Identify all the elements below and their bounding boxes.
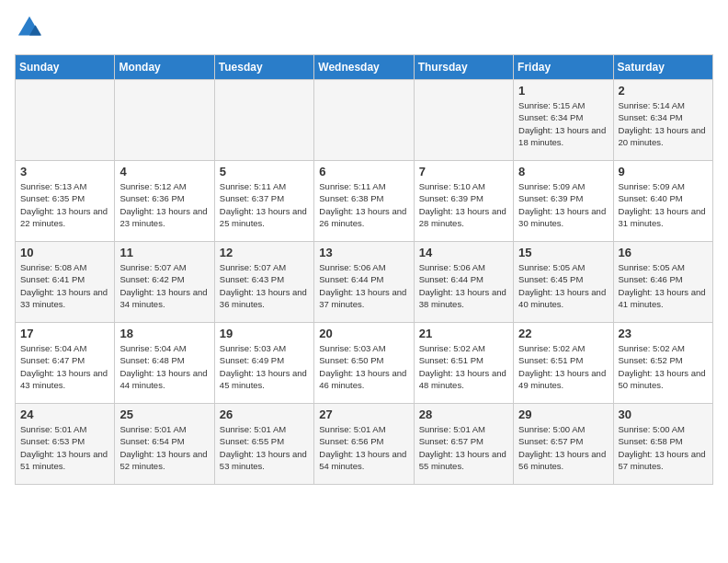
- day-cell: 1Sunrise: 5:15 AM Sunset: 6:34 PM Daylig…: [514, 80, 613, 161]
- day-info: Sunrise: 5:04 AM Sunset: 6:47 PM Dayligh…: [20, 342, 109, 391]
- column-header-saturday: Saturday: [613, 55, 712, 80]
- day-info: Sunrise: 5:05 AM Sunset: 6:46 PM Dayligh…: [619, 261, 708, 310]
- day-number: 10: [20, 246, 109, 259]
- day-number: 13: [319, 246, 408, 259]
- day-info: Sunrise: 5:08 AM Sunset: 6:41 PM Dayligh…: [20, 261, 109, 310]
- day-number: 29: [518, 408, 608, 421]
- day-cell: 30Sunrise: 5:00 AM Sunset: 6:58 PM Dayli…: [613, 404, 712, 485]
- day-cell: 17Sunrise: 5:04 AM Sunset: 6:47 PM Dayli…: [16, 323, 115, 404]
- day-info: Sunrise: 5:07 AM Sunset: 6:43 PM Dayligh…: [220, 261, 309, 310]
- day-info: Sunrise: 5:10 AM Sunset: 6:39 PM Dayligh…: [419, 180, 508, 229]
- day-cell: 27Sunrise: 5:01 AM Sunset: 6:56 PM Dayli…: [314, 404, 414, 485]
- day-cell: [414, 80, 513, 161]
- day-number: 9: [619, 165, 708, 178]
- day-number: 20: [319, 327, 408, 340]
- day-info: Sunrise: 5:02 AM Sunset: 6:51 PM Dayligh…: [518, 342, 608, 391]
- day-info: Sunrise: 5:03 AM Sunset: 6:50 PM Dayligh…: [319, 342, 408, 391]
- day-cell: 8Sunrise: 5:09 AM Sunset: 6:39 PM Daylig…: [514, 161, 613, 242]
- day-cell: [16, 80, 115, 161]
- day-number: 27: [319, 408, 408, 421]
- day-info: Sunrise: 5:05 AM Sunset: 6:45 PM Dayligh…: [518, 261, 608, 310]
- day-cell: 13Sunrise: 5:06 AM Sunset: 6:44 PM Dayli…: [314, 242, 414, 323]
- day-number: 15: [518, 246, 608, 259]
- day-info: Sunrise: 5:01 AM Sunset: 6:57 PM Dayligh…: [419, 423, 508, 472]
- day-number: 23: [619, 327, 708, 340]
- day-info: Sunrise: 5:11 AM Sunset: 6:37 PM Dayligh…: [220, 180, 309, 229]
- day-info: Sunrise: 5:03 AM Sunset: 6:49 PM Dayligh…: [220, 342, 309, 391]
- day-info: Sunrise: 5:11 AM Sunset: 6:38 PM Dayligh…: [319, 180, 408, 229]
- day-cell: 11Sunrise: 5:07 AM Sunset: 6:42 PM Dayli…: [115, 242, 214, 323]
- day-cell: 3Sunrise: 5:13 AM Sunset: 6:35 PM Daylig…: [16, 161, 115, 242]
- day-number: 21: [419, 327, 508, 340]
- column-header-thursday: Thursday: [414, 55, 513, 80]
- day-cell: 25Sunrise: 5:01 AM Sunset: 6:54 PM Dayli…: [115, 404, 214, 485]
- day-cell: 2Sunrise: 5:14 AM Sunset: 6:34 PM Daylig…: [613, 80, 712, 161]
- day-cell: 26Sunrise: 5:01 AM Sunset: 6:55 PM Dayli…: [214, 404, 313, 485]
- day-info: Sunrise: 5:01 AM Sunset: 6:56 PM Dayligh…: [319, 423, 408, 472]
- week-row-5: 24Sunrise: 5:01 AM Sunset: 6:53 PM Dayli…: [16, 404, 713, 485]
- day-cell: 4Sunrise: 5:12 AM Sunset: 6:36 PM Daylig…: [115, 161, 214, 242]
- day-cell: 15Sunrise: 5:05 AM Sunset: 6:45 PM Dayli…: [514, 242, 613, 323]
- day-number: 6: [319, 165, 408, 178]
- day-info: Sunrise: 5:06 AM Sunset: 6:44 PM Dayligh…: [419, 261, 508, 310]
- column-header-wednesday: Wednesday: [314, 55, 414, 80]
- week-row-2: 3Sunrise: 5:13 AM Sunset: 6:35 PM Daylig…: [16, 161, 713, 242]
- day-cell: [214, 80, 313, 161]
- column-header-monday: Monday: [115, 55, 214, 80]
- calendar-table: SundayMondayTuesdayWednesdayThursdayFrid…: [15, 54, 713, 485]
- day-number: 24: [20, 408, 109, 421]
- day-number: 12: [220, 246, 309, 259]
- day-cell: 9Sunrise: 5:09 AM Sunset: 6:40 PM Daylig…: [613, 161, 712, 242]
- day-number: 7: [419, 165, 508, 178]
- day-cell: 20Sunrise: 5:03 AM Sunset: 6:50 PM Dayli…: [314, 323, 414, 404]
- day-number: 14: [419, 246, 508, 259]
- day-cell: [314, 80, 414, 161]
- logo-icon: [17, 15, 42, 40]
- day-info: Sunrise: 5:01 AM Sunset: 6:54 PM Dayligh…: [119, 423, 209, 472]
- day-number: 25: [119, 408, 209, 421]
- day-info: Sunrise: 5:02 AM Sunset: 6:52 PM Dayligh…: [619, 342, 708, 391]
- column-header-tuesday: Tuesday: [214, 55, 313, 80]
- week-row-3: 10Sunrise: 5:08 AM Sunset: 6:41 PM Dayli…: [16, 242, 713, 323]
- day-number: 18: [119, 327, 209, 340]
- day-number: 26: [220, 408, 309, 421]
- day-number: 19: [220, 327, 309, 340]
- logo: [15, 15, 42, 45]
- day-cell: 7Sunrise: 5:10 AM Sunset: 6:39 PM Daylig…: [414, 161, 513, 242]
- day-info: Sunrise: 5:09 AM Sunset: 6:39 PM Dayligh…: [518, 180, 608, 229]
- day-info: Sunrise: 5:15 AM Sunset: 6:34 PM Dayligh…: [518, 99, 608, 148]
- day-info: Sunrise: 5:13 AM Sunset: 6:35 PM Dayligh…: [20, 180, 109, 229]
- day-number: 5: [220, 165, 309, 178]
- day-number: 4: [119, 165, 209, 178]
- header-row: SundayMondayTuesdayWednesdayThursdayFrid…: [16, 55, 713, 80]
- day-info: Sunrise: 5:01 AM Sunset: 6:55 PM Dayligh…: [220, 423, 309, 472]
- day-number: 16: [619, 246, 708, 259]
- day-cell: 12Sunrise: 5:07 AM Sunset: 6:43 PM Dayli…: [214, 242, 313, 323]
- day-number: 30: [619, 408, 708, 421]
- day-cell: 19Sunrise: 5:03 AM Sunset: 6:49 PM Dayli…: [214, 323, 313, 404]
- day-info: Sunrise: 5:06 AM Sunset: 6:44 PM Dayligh…: [319, 261, 408, 310]
- day-cell: 28Sunrise: 5:01 AM Sunset: 6:57 PM Dayli…: [414, 404, 513, 485]
- day-number: 3: [20, 165, 109, 178]
- column-header-friday: Friday: [514, 55, 613, 80]
- day-cell: 23Sunrise: 5:02 AM Sunset: 6:52 PM Dayli…: [613, 323, 712, 404]
- day-number: 22: [518, 327, 608, 340]
- day-info: Sunrise: 5:04 AM Sunset: 6:48 PM Dayligh…: [119, 342, 209, 391]
- day-cell: [115, 80, 214, 161]
- day-info: Sunrise: 5:00 AM Sunset: 6:58 PM Dayligh…: [619, 423, 708, 472]
- day-number: 2: [619, 84, 708, 98]
- week-row-4: 17Sunrise: 5:04 AM Sunset: 6:47 PM Dayli…: [16, 323, 713, 404]
- week-row-1: 1Sunrise: 5:15 AM Sunset: 6:34 PM Daylig…: [16, 80, 713, 161]
- day-info: Sunrise: 5:07 AM Sunset: 6:42 PM Dayligh…: [119, 261, 209, 310]
- day-cell: 16Sunrise: 5:05 AM Sunset: 6:46 PM Dayli…: [613, 242, 712, 323]
- day-cell: 10Sunrise: 5:08 AM Sunset: 6:41 PM Dayli…: [16, 242, 115, 323]
- day-number: 11: [119, 246, 209, 259]
- day-cell: 22Sunrise: 5:02 AM Sunset: 6:51 PM Dayli…: [514, 323, 613, 404]
- header: [15, 15, 713, 45]
- day-cell: 21Sunrise: 5:02 AM Sunset: 6:51 PM Dayli…: [414, 323, 513, 404]
- day-info: Sunrise: 5:14 AM Sunset: 6:34 PM Dayligh…: [619, 99, 708, 148]
- logo-text: [15, 15, 42, 45]
- day-info: Sunrise: 5:02 AM Sunset: 6:51 PM Dayligh…: [419, 342, 508, 391]
- day-cell: 24Sunrise: 5:01 AM Sunset: 6:53 PM Dayli…: [16, 404, 115, 485]
- day-info: Sunrise: 5:00 AM Sunset: 6:57 PM Dayligh…: [518, 423, 608, 472]
